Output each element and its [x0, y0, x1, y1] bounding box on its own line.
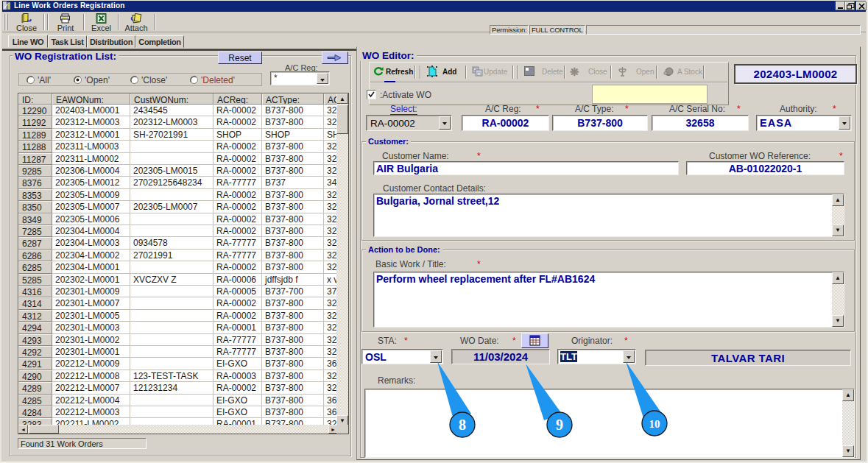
svg-text:9: 9: [556, 417, 563, 433]
svg-text:10: 10: [649, 418, 660, 430]
svg-text:8: 8: [459, 417, 466, 433]
